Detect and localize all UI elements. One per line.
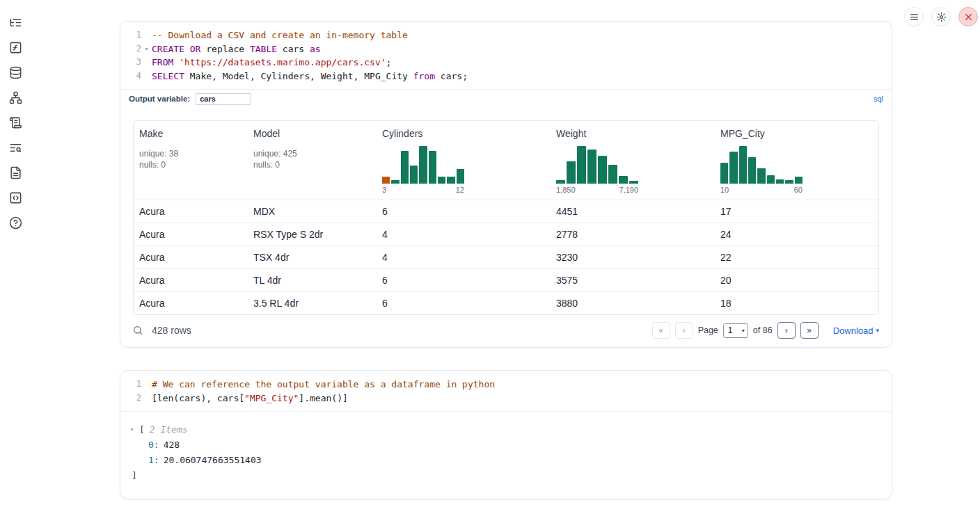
last-page-button[interactable]: »: [800, 322, 819, 339]
hist-bar[interactable]: [410, 166, 418, 184]
page-label: Page: [698, 325, 718, 335]
column-name[interactable]: Model: [253, 128, 371, 139]
table-row: Acura TSX 4dr 4 3230 22: [134, 246, 878, 268]
hist-bar[interactable]: [739, 146, 747, 184]
pagination: « ‹ Page 1 ▾ of 86 › » Download ▾: [652, 322, 879, 339]
menu-button[interactable]: [904, 7, 924, 26]
chevron-down-icon: ▾: [742, 328, 745, 334]
hist-bar[interactable]: [619, 176, 628, 184]
items-count-label: 2 Items: [150, 422, 188, 437]
item-value: 20.060747663551403: [164, 455, 262, 465]
fold-chevron-icon[interactable]: ▾: [141, 42, 152, 56]
axis-max: 12: [456, 186, 464, 194]
help-circle-icon[interactable]: [8, 216, 22, 230]
code-square-icon[interactable]: [8, 191, 22, 204]
output-variable-input[interactable]: [196, 93, 251, 105]
hist-bar[interactable]: [457, 169, 464, 184]
unique-count: unique: 38: [139, 148, 242, 159]
hist-bar[interactable]: [748, 157, 756, 184]
hist-bar[interactable]: [438, 177, 445, 184]
code-line[interactable]: 1-- Download a CSV and create an in-memo…: [126, 29, 892, 42]
column-name[interactable]: MPG_City: [720, 128, 873, 139]
sql-code-editor[interactable]: 1-- Download a CSV and create an in-memo…: [120, 22, 892, 89]
code-line[interactable]: 4SELECT Make, Model, Cylinders, Weight, …: [126, 70, 892, 83]
cell-weight: 3575: [551, 275, 715, 286]
cell-mpg-city: 24: [715, 229, 878, 240]
cell-model: TSX 4dr: [248, 252, 377, 263]
gear-icon: [936, 12, 947, 22]
text-search-icon[interactable]: [8, 140, 22, 154]
notebook: 1-- Download a CSV and create an in-memo…: [120, 21, 892, 507]
hist-bar[interactable]: [567, 161, 576, 184]
first-page-button[interactable]: «: [652, 322, 670, 339]
cell-cylinders: 6: [377, 298, 551, 309]
code-line[interactable]: 2[len(cars), cars["MPG_City"].mean()]: [126, 392, 892, 405]
database-icon[interactable]: [8, 65, 22, 79]
list-item: 0:428: [130, 437, 880, 453]
hist-bar[interactable]: [429, 151, 436, 184]
column-name[interactable]: Make: [139, 128, 242, 139]
weight-histogram: [556, 146, 638, 184]
prev-page-button[interactable]: ‹: [675, 322, 693, 339]
column-name[interactable]: Weight: [556, 128, 709, 139]
unique-count: unique: 425: [253, 148, 371, 159]
fold-gutter: [141, 56, 152, 70]
code-line[interactable]: 1# We can reference the output variable …: [126, 378, 892, 392]
close-icon: [963, 12, 974, 22]
code-text: -- Download a CSV and create an in-memor…: [152, 29, 408, 42]
hist-bar[interactable]: [757, 168, 765, 184]
hist-bar[interactable]: [795, 177, 803, 184]
function-square-icon[interactable]: [8, 40, 22, 54]
hist-bar[interactable]: [598, 156, 607, 184]
item-value: 428: [164, 440, 180, 450]
column-header-model: Model unique: 425 nulls: 0: [248, 121, 377, 200]
next-page-button[interactable]: ›: [777, 322, 796, 339]
hist-bar[interactable]: [776, 179, 784, 184]
cell-model: MDX: [248, 206, 377, 217]
tree-collapse-icon[interactable]: ▾: [130, 422, 138, 437]
column-name[interactable]: Cylinders: [382, 128, 545, 139]
line-number: 2: [126, 42, 141, 56]
hist-bar[interactable]: [608, 165, 617, 184]
hist-bar[interactable]: [419, 146, 427, 184]
hist-bar[interactable]: [629, 181, 638, 184]
search-icon[interactable]: [131, 323, 145, 337]
python-code-editor[interactable]: 1# We can reference the output variable …: [120, 371, 892, 411]
hist-bar[interactable]: [729, 152, 737, 184]
axis-max: 60: [794, 186, 803, 194]
output-variable-bar: Output variable: sql: [120, 89, 892, 108]
code-line[interactable]: 3FROM 'https://datasets.marimo.app/cars.…: [126, 56, 892, 70]
dependency-graph-icon[interactable]: [8, 90, 22, 104]
hist-bar[interactable]: [577, 146, 586, 184]
close-bracket: ]: [130, 468, 880, 483]
hist-bar[interactable]: [767, 175, 775, 184]
tree-root: ▾ [ 2 Items: [130, 422, 880, 437]
file-text-icon[interactable]: [8, 166, 22, 179]
mpg-city-histogram: [720, 146, 803, 184]
axis-min: 1,850: [556, 186, 576, 194]
page-select[interactable]: 1 ▾: [723, 323, 748, 338]
item-index: 0:: [148, 440, 159, 450]
hist-bar[interactable]: [587, 150, 596, 184]
cell-mpg-city: 17: [715, 206, 878, 217]
code-text: # We can reference the output variable a…: [152, 378, 495, 392]
code-line[interactable]: 2▾CREATE OR replace TABLE cars as: [126, 42, 892, 56]
hist-bar[interactable]: [382, 177, 390, 184]
hist-bar[interactable]: [391, 180, 399, 184]
scroll-text-icon[interactable]: [8, 115, 22, 129]
language-badge[interactable]: sql: [874, 95, 883, 103]
download-button[interactable]: Download ▾: [833, 325, 879, 336]
page-select-value: 1: [728, 325, 733, 335]
hist-bar[interactable]: [447, 177, 455, 184]
hist-bar[interactable]: [785, 180, 793, 184]
hist-bar[interactable]: [401, 151, 409, 184]
download-label: Download: [833, 325, 874, 336]
shutdown-button[interactable]: [958, 7, 978, 26]
cell-make: Acura: [134, 298, 248, 309]
settings-button[interactable]: [931, 7, 951, 26]
list-item: 1:20.060747663551403: [130, 453, 880, 468]
file-tree-icon[interactable]: [8, 15, 22, 29]
axis-max: 7,190: [619, 186, 638, 194]
hist-bar[interactable]: [556, 180, 565, 184]
hist-bar[interactable]: [720, 163, 728, 184]
